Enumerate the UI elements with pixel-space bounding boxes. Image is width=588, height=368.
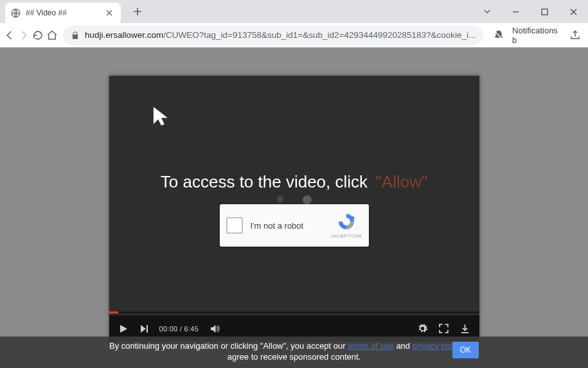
lock-icon: [71, 31, 80, 40]
recaptcha-checkbox[interactable]: [226, 217, 243, 234]
consent-footer: By continuing your navigation or clickin…: [0, 337, 588, 368]
share-icon[interactable]: [565, 25, 585, 46]
tabs-row: ## Video ##: [0, 0, 472, 23]
time-display: 00:00 / 6:45: [159, 325, 199, 333]
prompt-prefix: To access to the video, click: [161, 172, 368, 191]
globe-icon: [10, 8, 21, 18]
cursor-arrow-icon: [152, 105, 171, 127]
window-close-button[interactable]: [559, 0, 588, 23]
prompt-allow-word: "Allow": [376, 172, 428, 191]
recaptcha-brand: reCAPTCHA: [331, 233, 362, 239]
consent-text: By continuing your navigation or clickin…: [8, 340, 580, 363]
page-content: To access to the video, click "Allow" I'…: [0, 48, 588, 368]
title-bar: ## Video ##: [0, 0, 588, 23]
settings-gear-icon[interactable]: [417, 323, 428, 334]
window-controls: [472, 0, 588, 23]
play-button[interactable]: [118, 324, 129, 334]
toolbar: hudji.ersallower.com/CUWEO?tag_id=913758…: [0, 23, 588, 48]
browser-tab[interactable]: ## Video ##: [5, 3, 121, 23]
tab-search-icon[interactable]: [472, 0, 501, 23]
ok-button[interactable]: OK: [452, 342, 479, 358]
window-minimize-button[interactable]: [501, 0, 530, 23]
access-prompt: To access to the video, click "Allow": [109, 172, 479, 192]
new-tab-button[interactable]: [129, 3, 147, 21]
notifications-hint: Notifications b: [512, 26, 562, 45]
tab-close-icon[interactable]: [104, 8, 114, 18]
terms-link[interactable]: terms of use: [348, 341, 394, 351]
tab-title: ## Video ##: [26, 8, 99, 17]
nav-forward-button[interactable]: [18, 25, 30, 46]
recaptcha-box[interactable]: I'm not a robot reCAPTCHA: [220, 204, 369, 247]
window-maximize-button[interactable]: [530, 0, 559, 23]
nav-home-button[interactable]: [46, 25, 58, 46]
loading-dots: [277, 195, 312, 204]
next-button[interactable]: [139, 324, 149, 334]
nav-back-button[interactable]: [4, 25, 15, 46]
url-path: /CUWEO?tag_id=913758&sub_id1=&sub_id2=42…: [163, 30, 476, 40]
video-progress-bar[interactable]: [109, 311, 479, 313]
address-bar[interactable]: hudji.ersallower.com/CUWEO?tag_id=913758…: [63, 26, 483, 45]
recaptcha-logo: reCAPTCHA: [331, 212, 362, 239]
video-player: To access to the video, click "Allow" I'…: [109, 76, 479, 342]
url-text: hudji.ersallower.com/CUWEO?tag_id=913758…: [85, 30, 476, 40]
recaptcha-label: I'm not a robot: [251, 221, 332, 231]
fullscreen-icon[interactable]: [438, 323, 449, 334]
download-icon[interactable]: [459, 323, 470, 334]
url-domain: hudji.ersallower.com: [85, 30, 163, 40]
nav-reload-button[interactable]: [32, 25, 44, 46]
notifications-blocked-icon[interactable]: [488, 25, 508, 46]
svg-rect-1: [542, 9, 548, 15]
volume-icon[interactable]: [209, 323, 220, 335]
